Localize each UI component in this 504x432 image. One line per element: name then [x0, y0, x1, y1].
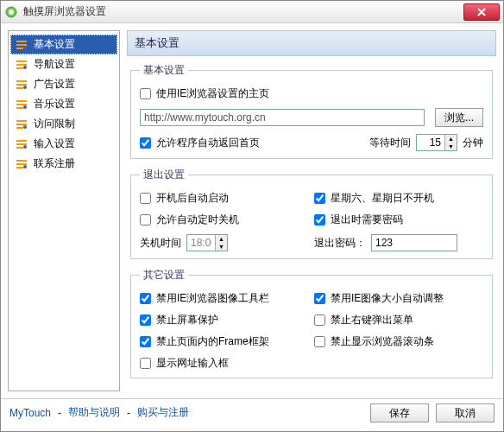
content-area: 基本设置 导航设置 广告设置 音乐设置 访问限制 输入设置: [1, 23, 503, 398]
sep: -: [58, 407, 61, 419]
nav-icon: [15, 40, 28, 50]
disable-screensaver-checkbox[interactable]: [140, 314, 151, 326]
nav-icon: [15, 60, 28, 70]
spin-down-icon[interactable]: ▼: [445, 143, 457, 150]
buy-link[interactable]: 购买与注册: [137, 405, 189, 420]
shutdown-time-label: 关机时间: [140, 236, 181, 251]
svg-point-2: [23, 46, 27, 49]
sidebar: 基本设置 导航设置 广告设置 音乐设置 访问限制 输入设置: [8, 30, 120, 391]
sidebar-item-label: 输入设置: [34, 137, 75, 151]
disable-screensaver-label[interactable]: 禁止屏幕保护: [156, 313, 218, 327]
basic-group: 基本设置 使用IE浏览器设置的主页 浏览... 允许程序自动返回首页 等待时间: [130, 63, 493, 159]
disable-ie-resize-checkbox[interactable]: [314, 293, 325, 304]
show-url-input-label[interactable]: 显示网址输入框: [156, 356, 229, 371]
nav-icon: [15, 119, 28, 130]
show-url-input-checkbox[interactable]: [140, 358, 151, 369]
svg-point-3: [23, 66, 27, 69]
sidebar-item-label: 广告设置: [34, 77, 75, 92]
need-pwd-label[interactable]: 退出时需要密码: [331, 213, 403, 227]
other-legend: 其它设置: [140, 268, 188, 283]
disable-ie-toolbar-label[interactable]: 禁用IE浏览器图像工具栏: [156, 291, 269, 306]
spin-up-icon[interactable]: ▲: [216, 235, 227, 243]
panel-body: 基本设置 使用IE浏览器设置的主页 浏览... 允许程序自动返回首页 等待时间: [127, 56, 496, 391]
exit-legend: 退出设置: [140, 168, 188, 182]
use-ie-home-checkbox[interactable]: [140, 88, 151, 99]
nav-icon: [15, 139, 28, 149]
browse-button[interactable]: 浏览...: [435, 108, 483, 127]
disable-scrollbar-label[interactable]: 禁止显示浏览器滚动条: [331, 334, 434, 349]
sidebar-item-label: 音乐设置: [34, 97, 75, 111]
save-button[interactable]: 保存: [370, 403, 429, 422]
disable-rightclick-label[interactable]: 禁止右键弹出菜单: [331, 313, 413, 327]
disable-frames-checkbox[interactable]: [140, 336, 151, 347]
sidebar-item-input[interactable]: 输入设置: [10, 134, 117, 154]
weekend-off-checkbox[interactable]: [314, 193, 325, 204]
footer: MyTouch - 帮助与说明 - 购买与注册 保存 取消: [1, 398, 503, 426]
shutdown-time-spinner[interactable]: ▲▼: [186, 234, 228, 251]
nav-icon: [15, 159, 28, 169]
help-link[interactable]: 帮助与说明: [68, 405, 120, 420]
sidebar-item-music[interactable]: 音乐设置: [10, 94, 117, 114]
panel-header: 基本设置: [127, 30, 496, 56]
sidebar-item-access[interactable]: 访问限制: [10, 114, 117, 134]
window-title: 触摸屏浏览器设置: [23, 4, 463, 19]
disable-frames-label[interactable]: 禁止页面内的Frame框架: [156, 334, 269, 349]
spin-up-icon[interactable]: ▲: [445, 135, 457, 143]
titlebar: 触摸屏浏览器设置: [1, 1, 503, 23]
svg-point-8: [23, 165, 27, 168]
nav-icon: [15, 99, 28, 110]
brand-link[interactable]: MyTouch: [9, 407, 51, 419]
disable-ie-toolbar-checkbox[interactable]: [140, 293, 151, 304]
need-pwd-checkbox[interactable]: [314, 214, 325, 226]
wait-label: 等待时间: [369, 136, 411, 150]
sidebar-item-label: 访问限制: [34, 117, 75, 131]
wait-time-input[interactable]: [417, 135, 444, 150]
svg-point-5: [23, 105, 27, 109]
auto-return-checkbox[interactable]: [140, 137, 151, 149]
svg-point-6: [23, 125, 27, 129]
sidebar-item-label: 导航设置: [34, 57, 75, 72]
wait-unit: 分钟: [463, 136, 483, 150]
auto-return-label[interactable]: 允许程序自动返回首页: [156, 136, 260, 150]
spin-down-icon[interactable]: ▼: [216, 243, 227, 251]
disable-ie-resize-label[interactable]: 禁用IE图像大小自动调整: [331, 291, 444, 306]
svg-point-1: [9, 10, 14, 15]
main-panel: 基本设置 基本设置 使用IE浏览器设置的主页 浏览... 允许程序自动返回首页: [127, 30, 496, 391]
auto-shutdown-label[interactable]: 允许自动定时关机: [156, 213, 239, 227]
svg-point-4: [23, 86, 27, 89]
sep: -: [127, 407, 130, 419]
sidebar-item-basic[interactable]: 基本设置: [10, 35, 117, 54]
use-ie-home-label[interactable]: 使用IE浏览器设置的主页: [156, 86, 269, 101]
disable-rightclick-checkbox[interactable]: [314, 314, 325, 326]
sidebar-item-nav[interactable]: 导航设置: [10, 54, 117, 74]
auto-start-checkbox[interactable]: [140, 193, 151, 204]
exit-pwd-input[interactable]: [371, 234, 457, 251]
sidebar-item-label: 基本设置: [34, 37, 75, 52]
weekend-off-label[interactable]: 星期六、星期日不开机: [331, 191, 434, 206]
auto-shutdown-checkbox[interactable]: [140, 214, 151, 226]
close-button[interactable]: [463, 3, 500, 21]
wait-time-spinner[interactable]: ▲▼: [416, 134, 457, 151]
sidebar-item-ads[interactable]: 广告设置: [10, 74, 117, 94]
homepage-url-input[interactable]: [140, 109, 425, 126]
app-icon: [4, 5, 18, 19]
auto-start-label[interactable]: 开机后自动启动: [156, 191, 229, 206]
settings-window: 触摸屏浏览器设置 基本设置 导航设置 广告设置 音乐设置: [0, 0, 504, 432]
cancel-button[interactable]: 取消: [436, 403, 495, 422]
exit-group: 退出设置 开机后自动启动 星期六、星期日不开机 允许自动定时关机 退出时需要密码…: [130, 168, 493, 259]
nav-icon: [15, 79, 28, 90]
svg-point-7: [23, 145, 27, 149]
other-group: 其它设置 禁用IE浏览器图像工具栏 禁用IE图像大小自动调整 禁止屏幕保护 禁止…: [130, 268, 493, 378]
disable-scrollbar-checkbox[interactable]: [314, 336, 325, 347]
shutdown-time-input[interactable]: [187, 235, 215, 251]
exit-pwd-label: 退出密码：: [314, 236, 366, 251]
sidebar-item-register[interactable]: 联系注册: [10, 154, 117, 174]
sidebar-item-label: 联系注册: [34, 156, 75, 171]
basic-legend: 基本设置: [140, 63, 188, 78]
